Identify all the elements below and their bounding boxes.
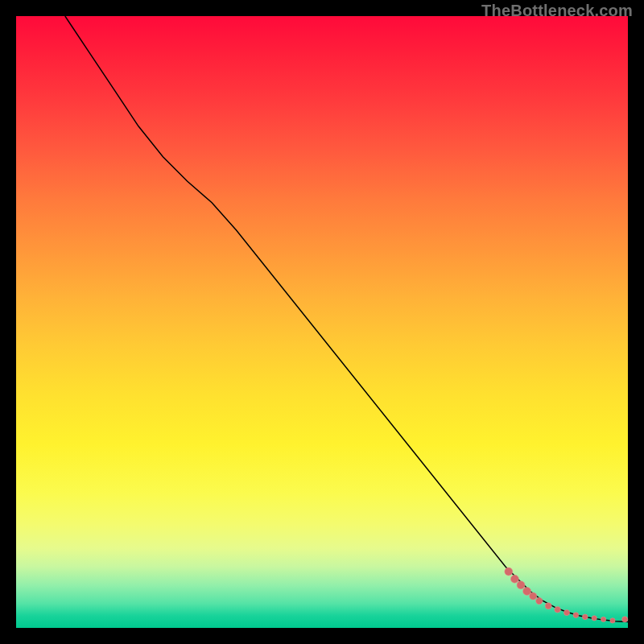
bottleneck-curve <box>65 16 628 621</box>
marker-point <box>555 606 561 613</box>
marker-point <box>564 609 569 615</box>
marker-point <box>573 613 579 618</box>
marker-point <box>545 603 551 609</box>
marker-point <box>622 617 628 622</box>
marker-point <box>610 618 615 623</box>
marker-point <box>592 616 597 621</box>
marker-point <box>582 614 588 620</box>
marker-point <box>505 568 513 576</box>
marker-point <box>601 617 605 621</box>
recommendation-markers <box>505 568 628 623</box>
marker-point <box>530 592 537 600</box>
marker-point <box>510 575 518 583</box>
chart-overlay-svg <box>16 16 628 628</box>
plot-area <box>16 16 628 628</box>
chart-frame: TheBottleneck.com <box>16 16 628 628</box>
marker-point <box>517 581 525 589</box>
marker-point <box>536 597 543 604</box>
